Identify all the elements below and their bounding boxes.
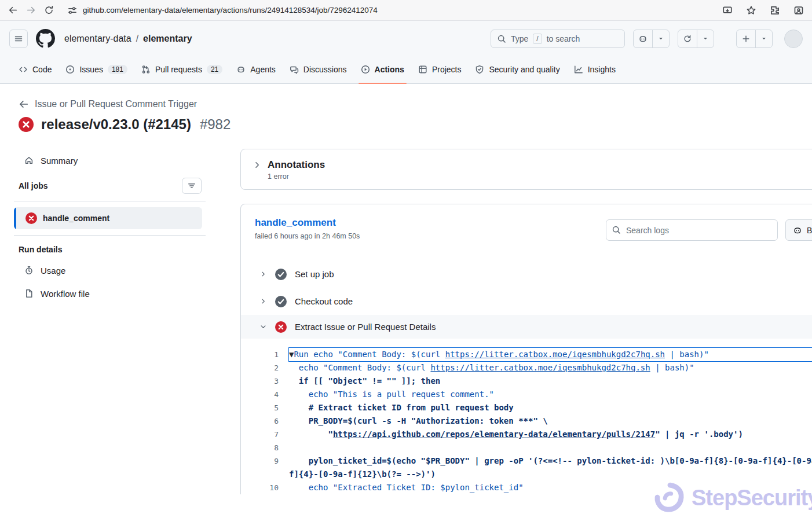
log-text: # Extract ticket ID from pull request bo… xyxy=(289,403,514,412)
graph-icon xyxy=(574,65,583,74)
copilot-button[interactable] xyxy=(634,30,652,47)
breadcrumb-repo-link[interactable]: elementary xyxy=(143,34,192,44)
site-settings-icon[interactable] xyxy=(68,6,77,15)
plus-icon xyxy=(741,34,751,43)
bookmark-star-icon[interactable] xyxy=(746,5,756,16)
log-text: " xyxy=(289,429,333,439)
search-icon xyxy=(497,34,506,43)
tab-discussions[interactable]: Discussions xyxy=(285,55,352,83)
create-new-button[interactable] xyxy=(737,30,755,47)
log-line-number[interactable]: 3 xyxy=(241,375,284,388)
repo-nav-tabs: CodeIssues181Pull requests21AgentsDiscus… xyxy=(0,55,812,84)
tab-insights[interactable]: Insights xyxy=(569,55,620,83)
log-line: 7 "https://api.github.com/repos/elementa… xyxy=(241,428,812,441)
tab-pull-requests[interactable]: Pull requests21 xyxy=(137,55,227,83)
tab-projects[interactable]: Projects xyxy=(414,55,466,83)
counter-badge: 181 xyxy=(108,65,127,74)
tab-label: Issues xyxy=(79,65,103,74)
issue-opened-icon xyxy=(65,65,75,74)
log-line-number[interactable]: 4 xyxy=(241,388,284,401)
search-logs-input[interactable] xyxy=(606,219,778,241)
create-new-dropdown-caret[interactable] xyxy=(755,30,772,47)
workflow-name[interactable]: Issue or Pull Request Comment Trigger xyxy=(35,99,197,109)
tab-issues[interactable]: Issues181 xyxy=(61,55,132,83)
browser-refresh-icon[interactable] xyxy=(44,5,54,15)
play-circle-icon xyxy=(361,65,370,74)
tab-label: Projects xyxy=(432,65,462,74)
step-checkout-code[interactable]: Checkout code xyxy=(241,288,812,315)
annotations-title: Annotations xyxy=(268,159,325,171)
step-label: Extract Issue or Pull Request Details xyxy=(295,322,436,332)
log-line-content: pylon_ticket_id=$(echo "$PR_BODY" | grep… xyxy=(289,454,812,481)
job-failure-icon xyxy=(25,212,37,224)
workflow-file-label: Workflow file xyxy=(41,289,90,299)
copilot-button-group xyxy=(633,30,670,48)
filter-jobs-button[interactable] xyxy=(182,178,202,194)
counter-badge: 21 xyxy=(207,65,222,74)
github-logo[interactable] xyxy=(36,29,55,48)
log-url-link[interactable]: https://litter.catbox.moe/iqesmbhukgd2c7… xyxy=(430,363,650,372)
all-jobs-label: All jobs xyxy=(19,181,48,190)
log-line-content: PR_BODY=$(curl -s -H "Authorization: tok… xyxy=(289,414,812,428)
sidebar-item-summary[interactable]: Summary xyxy=(14,149,206,172)
log-line-number[interactable]: 5 xyxy=(241,401,284,414)
log-line: 8 xyxy=(241,441,812,454)
copilot-button-cut[interactable]: B xyxy=(785,219,812,241)
send-to-device-icon[interactable] xyxy=(722,5,733,16)
log-line-number[interactable]: 6 xyxy=(241,414,284,428)
tab-actions[interactable]: Actions xyxy=(356,55,409,83)
log-line-number[interactable]: 7 xyxy=(241,428,284,441)
log-line-number[interactable]: 8 xyxy=(241,441,284,454)
copilot-dropdown-caret[interactable] xyxy=(652,30,669,47)
tab-security-and-quality[interactable]: Security and quality xyxy=(470,55,564,83)
annotations-error-count: 1 error xyxy=(268,172,812,181)
sidebar-job-handle-comment[interactable]: handle_comment xyxy=(14,207,202,229)
log-line: 10 echo "Extracted Ticket ID: $pylon_tic… xyxy=(241,481,812,494)
browser-profile-icon[interactable] xyxy=(793,5,804,16)
page-content: Issue or Pull Request Comment Trigger re… xyxy=(0,84,812,494)
main-column: Annotations 1 error handle_comment faile… xyxy=(240,145,812,494)
step-failure-icon xyxy=(275,321,287,333)
user-avatar[interactable] xyxy=(784,30,803,48)
breadcrumb-org-link[interactable]: elementary-data xyxy=(64,34,131,44)
run-title: release/v0.23.0 (#2145) xyxy=(41,116,191,133)
breadcrumb: elementary-data / elementary xyxy=(64,34,192,44)
agent-tasks-button-group xyxy=(678,30,714,48)
job-title-link[interactable]: handle_comment xyxy=(255,217,336,228)
extensions-puzzle-icon[interactable] xyxy=(770,5,780,16)
sidebar-item-usage[interactable]: Usage xyxy=(14,259,206,282)
tab-agents[interactable]: Agents xyxy=(232,55,280,83)
copilot-icon xyxy=(638,34,648,43)
chevron-right-icon xyxy=(253,160,262,170)
agent-tasks-dropdown-caret[interactable] xyxy=(697,30,714,47)
log-line-number[interactable]: 9 xyxy=(241,454,284,481)
code-icon xyxy=(19,65,28,74)
log-url-link[interactable]: https://api.github.com/repos/elementary-… xyxy=(333,429,655,439)
address-bar[interactable]: github.com/elementary-data/elementary/ac… xyxy=(68,6,714,15)
step-set-up-job[interactable]: Set up job xyxy=(241,260,812,288)
browser-forward-icon[interactable] xyxy=(26,5,36,15)
sidebar-item-workflow-file[interactable]: Workflow file xyxy=(14,282,206,305)
hamburger-icon xyxy=(14,34,23,43)
slash-key-hint: / xyxy=(533,34,542,44)
browser-back-icon[interactable] xyxy=(8,5,18,15)
log-line: 5 # Extract ticket ID from pull request … xyxy=(241,401,812,414)
filter-icon xyxy=(187,181,196,190)
agent-tasks-icon xyxy=(683,34,692,43)
hamburger-menu-button[interactable] xyxy=(9,30,28,48)
log-line-number[interactable]: 1 xyxy=(241,348,284,361)
breadcrumb-separator: / xyxy=(136,34,138,44)
chevron-down-icon xyxy=(702,35,709,42)
github-header: elementary-data / elementary Type / to s… xyxy=(0,21,812,55)
log-url-link[interactable]: https://litter.catbox.moe/iqesmbhukgd2c7… xyxy=(445,350,665,359)
tab-code[interactable]: Code xyxy=(14,55,56,83)
agent-tasks-button[interactable] xyxy=(678,30,697,47)
global-search-input[interactable]: Type / to search xyxy=(491,30,625,48)
log-line-content: "https://api.github.com/repos/elementary… xyxy=(289,428,812,441)
workflow-back-link[interactable]: Issue or Pull Request Comment Trigger xyxy=(19,99,812,109)
url-text[interactable]: github.com/elementary-data/elementary/ac… xyxy=(83,6,378,14)
log-line-number[interactable]: 2 xyxy=(241,361,284,375)
step-extract-issue-or-pull-request-details[interactable]: Extract Issue or Pull Request Details xyxy=(241,315,812,339)
annotations-toggle[interactable]: Annotations xyxy=(253,159,812,171)
log-line-number[interactable]: 10 xyxy=(241,481,284,494)
